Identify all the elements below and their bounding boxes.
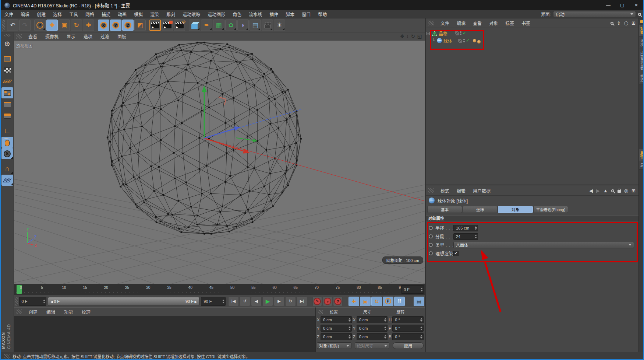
tab-basic[interactable]: 基本 (427, 206, 462, 213)
last-used-tool-move[interactable]: ✚ (83, 20, 94, 31)
preview-range-slider[interactable]: ◀ 0 F 90 F ▶ (48, 297, 200, 306)
object-row-sphere[interactable]: └ 球体 ✓ (432, 37, 481, 44)
tab-attributes[interactable]: 属性 (639, 149, 644, 161)
tab-phong[interactable]: 平滑着色(Phong) (533, 206, 568, 213)
object-manager-menu-item-2[interactable]: 查看 (469, 20, 485, 26)
object-row-lattice[interactable]: − 晶格 ✓ (427, 29, 466, 37)
apply-button[interactable]: 应用 (393, 342, 424, 349)
add-panel-icon[interactable]: ⊞ (631, 188, 636, 193)
rotate-view-icon[interactable]: ↻ (411, 34, 415, 39)
keyframe-ring-icon[interactable] (429, 251, 433, 255)
texture-mode-button[interactable] (1, 64, 13, 76)
tab-layers[interactable]: 层 (639, 161, 644, 169)
render-perfect-checkbox[interactable]: ✔ (453, 251, 459, 256)
viewport-menu-item-3[interactable]: 选项 (79, 33, 96, 39)
path-up-icon[interactable]: ⇧ (617, 20, 621, 26)
material-manager-menu-item-0[interactable]: 创建 (24, 309, 42, 315)
attribute-manager-menu-item-0[interactable]: 模式 (437, 188, 453, 194)
add-cube-primitive[interactable] (189, 20, 200, 31)
filter-icon[interactable]: ◯ (624, 21, 628, 25)
search-icon[interactable] (638, 13, 641, 16)
search-icon[interactable] (611, 22, 613, 25)
spinner-arrows-icon[interactable] (473, 226, 477, 230)
coord-field-0-z[interactable]: 0 cm (321, 333, 352, 340)
goto-next-key-button[interactable]: ↻ (285, 297, 296, 306)
viewport-menu-item-4[interactable]: 过滤 (96, 33, 113, 39)
main-menu-item-15[interactable]: 插件 (266, 11, 282, 17)
tweak-mode-button[interactable] (1, 137, 13, 148)
spinner-arrows-icon[interactable] (419, 335, 422, 339)
workplane-mode-button[interactable] (1, 76, 13, 87)
main-menu-item-7[interactable]: 动画 (114, 11, 130, 17)
record-keyframes-button[interactable]: ✎ (312, 297, 322, 306)
play-button[interactable]: ▶ (262, 297, 273, 306)
lock-z-axis[interactable]: Z (122, 20, 134, 31)
enabled-check-icon[interactable]: ✓ (466, 38, 470, 43)
minimize-button[interactable]: — (601, 0, 615, 10)
spinner-arrows-icon[interactable] (347, 335, 351, 339)
spinner-arrows-icon[interactable] (347, 318, 351, 322)
coord-field-0-x[interactable]: 0 cm (321, 316, 352, 323)
target-icon[interactable]: ◎ (624, 188, 628, 193)
object-name[interactable]: 球体 (442, 38, 456, 44)
material-manager-menu-item-1[interactable]: 编辑 (42, 309, 60, 315)
tab-objects[interactable]: 对象 (639, 25, 644, 37)
history-back-icon[interactable]: ◀ (589, 188, 593, 193)
attribute-manager-menu-item-2[interactable]: 用户数据 (469, 188, 494, 194)
viewport-menu-item-1[interactable]: 摄像机 (41, 33, 63, 39)
spinner-arrows-icon[interactable] (419, 326, 422, 330)
open-timeline-button[interactable]: ▤ (414, 297, 424, 306)
object-manager-drag-handle[interactable] (428, 21, 434, 25)
tab-structure[interactable]: 构造 (639, 72, 644, 84)
object-manager-menu-item-1[interactable]: 编辑 (453, 20, 469, 26)
add-light[interactable]: ☀ (274, 20, 285, 31)
coords-size-dropdown[interactable]: 绝对尺寸 (355, 342, 389, 349)
main-menu-item-5[interactable]: 网格 (82, 11, 98, 17)
main-menu-item-8[interactable]: 模拟 (130, 11, 146, 17)
make-editable-button[interactable]: ⊕ (1, 38, 13, 49)
add-subdivision-surface[interactable]: ▦ (213, 20, 224, 31)
spinner-arrows-icon[interactable] (419, 318, 422, 322)
coord-field-1-z[interactable]: 0 cm (357, 333, 388, 340)
render-to-picture-viewer-button[interactable] (162, 20, 173, 31)
main-menu-item-17[interactable]: 窗口 (298, 11, 314, 17)
main-menu-item-2[interactable]: 创建 (33, 11, 49, 17)
main-menu-item-0[interactable]: 文件 (1, 11, 17, 17)
autokeying-button[interactable]: ◑ (323, 297, 332, 306)
prev-frame-button[interactable]: ◀ (251, 297, 262, 306)
viewport-menu-drag-handle[interactable] (16, 34, 22, 39)
object-manager-menu-item-5[interactable]: 书签 (518, 20, 534, 26)
enabled-check-icon[interactable]: ✓ (463, 31, 466, 36)
key-parameter-toggle[interactable]: P (383, 297, 393, 306)
tab-takes[interactable]: 场次 (639, 37, 644, 49)
toolbar-drag-handle[interactable] (2, 20, 5, 31)
main-menu-item-4[interactable]: 工具 (66, 11, 82, 17)
spinner-arrows-icon[interactable] (347, 326, 351, 330)
viewport-menu-item-5[interactable]: 面板 (113, 33, 130, 39)
zoom-view-icon[interactable]: ↕ (406, 34, 409, 39)
spinner-arrows-icon[interactable] (383, 318, 386, 322)
spinner-arrows-icon[interactable] (419, 288, 423, 291)
main-menu-item-18[interactable]: 帮助 (314, 11, 330, 17)
keyframe-ring-icon[interactable] (429, 234, 433, 238)
add-spline-pen[interactable]: ✒ (201, 20, 212, 31)
main-menu-item-16[interactable]: 脚本 (282, 11, 298, 17)
snap-settings-button[interactable]: S (1, 148, 13, 159)
object-name[interactable]: 晶格 (437, 30, 451, 36)
pan-view-icon[interactable]: ✥ (400, 34, 404, 39)
lock-icon[interactable] (618, 190, 621, 193)
search-icon[interactable] (611, 189, 614, 192)
toggle-view-icon[interactable]: ◱ (417, 34, 422, 39)
spinner-arrows-icon[interactable] (42, 300, 45, 303)
goto-end-button[interactable]: ▶| (297, 297, 307, 306)
coord-field-2-p[interactable]: 0 ° (392, 325, 424, 332)
viewport-menu-item-2[interactable]: 显示 (63, 33, 79, 39)
key-position-toggle[interactable]: ✚ (348, 297, 359, 306)
add-environment-floor[interactable]: ▤ (250, 20, 261, 31)
attribute-manager-menu-item-1[interactable]: 编辑 (453, 188, 469, 194)
coord-field-0-y[interactable]: 0 cm (321, 325, 352, 332)
spinner-arrows-icon[interactable] (383, 326, 386, 330)
keyframe-ring-icon[interactable] (429, 243, 433, 247)
collapse-icon[interactable]: − (427, 32, 430, 35)
range-end-field[interactable]: 90 F (201, 297, 226, 306)
